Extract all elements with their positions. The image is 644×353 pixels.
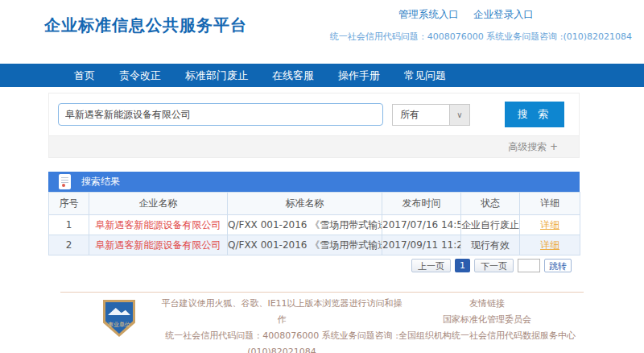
footer-link-sac[interactable]: 国家标准化管理委员会 (386, 312, 588, 328)
badge-label: 事业单位 (103, 321, 135, 329)
page-jump-input[interactable] (518, 259, 540, 272)
footer-link-friendly-links[interactable]: 友情链接 (386, 296, 588, 312)
chevron-down-icon[interactable]: ∨ (449, 105, 469, 125)
footer-links: 友情链接 国家标准化管理委员会 全国组织机构统一社会信用代码数据服务中心 (386, 296, 588, 344)
institution-badge: 事业单位 (103, 300, 135, 337)
footer-line-browsers: 平台建议使用火狐、谷歌、IE11以上版本浏览器进行访问和操作 (161, 296, 402, 328)
table-row: 1 阜新遇客新能源设备有限公司 Q/FXX 001-2016 《雪场用带式输送机… (49, 215, 580, 235)
cell-status: 现行有效 (461, 235, 520, 255)
footer-link-code-data-center[interactable]: 全国组织机构统一社会信用代码数据服务中心 (386, 328, 588, 344)
cell-status: 企业自行废止 (461, 215, 520, 235)
nav-item-faq[interactable]: 常见问题 (404, 69, 446, 83)
nav-item-online-service[interactable]: 在线客服 (272, 69, 314, 83)
pagination: 上一页 1 下一页 跳转 (48, 258, 580, 272)
footer-line-contact: 统一社会信用代码问题：4008076000 系统业务问题咨询 :(010)820… (161, 328, 402, 353)
column-header-status: 状态 (461, 193, 520, 215)
enterprise-login-link[interactable]: 企业登录入口 (473, 8, 534, 20)
jump-button[interactable]: 跳转 (544, 259, 572, 272)
cell-standard: Q/FXX 001-2016 《雪场用带式输送机》 (228, 215, 382, 235)
search-section: 所有 ∨ 搜 索 高级搜索 + (48, 93, 580, 158)
results-panel-title: 搜索结果 (81, 175, 120, 189)
nav-item-home[interactable]: 首页 (74, 69, 95, 83)
site-title: 企业标准信息公共服务平台 (44, 15, 247, 36)
table-header-row: 序号 企业名称 标准名称 发布时间 状态 详细 (49, 193, 580, 215)
detail-link[interactable]: 详细 (540, 219, 559, 230)
admin-system-entry-link[interactable]: 管理系统入口 (398, 8, 459, 20)
company-link[interactable]: 阜新遇客新能源设备有限公司 (96, 219, 221, 230)
results-table: 序号 企业名称 标准名称 发布时间 状态 详细 1 阜新遇客新能源设备有限公司 … (48, 192, 580, 255)
nav-item-dept-abolish[interactable]: 标准部门废止 (185, 69, 248, 83)
search-button[interactable]: 搜 索 (505, 102, 564, 127)
main-nav: 首页 责令改正 标准部门废止 在线客服 操作手册 常见问题 (0, 64, 644, 87)
nav-item-order-correction[interactable]: 责令改正 (119, 69, 161, 83)
cell-standard: Q/FXX 001-2016 《雪场用带式输送机》 (228, 235, 382, 255)
advanced-search-row: 高级搜索 + (49, 135, 579, 157)
filter-selected-value: 所有 (393, 108, 449, 122)
nav-item-manual[interactable]: 操作手册 (338, 69, 380, 83)
cell-detail: 详细 (520, 215, 580, 235)
cell-index: 2 (49, 235, 89, 255)
cell-published: 2017/07/16 14:58:11 (382, 215, 461, 235)
company-link[interactable]: 阜新遇客新能源设备有限公司 (96, 239, 221, 251)
search-input[interactable] (58, 103, 383, 126)
column-header-index: 序号 (49, 193, 89, 215)
detail-link[interactable]: 详细 (540, 239, 559, 251)
filter-select[interactable]: 所有 ∨ (392, 104, 470, 126)
page: 企业标准信息公共服务平台 管理系统入口 企业登录入口 统一社会信用代码问题：40… (0, 0, 644, 353)
prev-page-button[interactable]: 上一页 (411, 259, 451, 272)
column-header-company: 企业名称 (89, 193, 228, 215)
footer-divider (60, 292, 584, 293)
next-page-button[interactable]: 下一页 (474, 259, 514, 272)
cell-company: 阜新遇客新能源设备有限公司 (89, 215, 228, 235)
results-panel-header: 搜索结果 (48, 172, 580, 192)
results-panel: 搜索结果 序号 企业名称 标准名称 发布时间 状态 详细 1 (48, 172, 580, 255)
current-page[interactable]: 1 (455, 259, 470, 272)
footer-text-block: 平台建议使用火狐、谷歌、IE11以上版本浏览器进行访问和操作 统一社会信用代码问… (161, 296, 402, 353)
column-header-detail: 详细 (520, 193, 580, 215)
advanced-search-toggle[interactable]: 高级搜索 + (508, 140, 558, 154)
cell-detail: 详细 (520, 235, 580, 255)
contact-info: 统一社会信用代码问题：4008076000 系统业务问题咨询 :(010)820… (330, 31, 632, 43)
table-row: 2 阜新遇客新能源设备有限公司 Q/FXX 001-2016 《雪场用带式输送机… (49, 235, 580, 255)
cell-company: 阜新遇客新能源设备有限公司 (89, 235, 228, 255)
document-icon (59, 174, 71, 189)
site-footer: 事业单位 平台建议使用火狐、谷歌、IE11以上版本浏览器进行访问和操作 统一社会… (0, 292, 644, 353)
search-row: 所有 ∨ 搜 索 (49, 93, 579, 135)
cell-index: 1 (49, 215, 89, 235)
cell-published: 2017/09/11 11:23:17 (382, 235, 461, 255)
column-header-published: 发布时间 (382, 193, 461, 215)
column-header-standard: 标准名称 (228, 193, 382, 215)
header-links: 管理系统入口 企业登录入口 (387, 8, 534, 22)
